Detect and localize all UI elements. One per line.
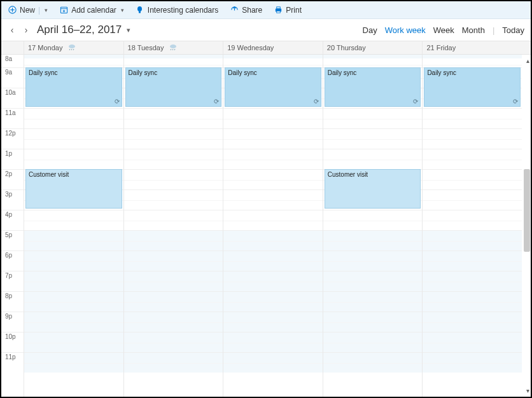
time-slot[interactable] <box>24 128 123 149</box>
scroll-down-button[interactable]: ▾ <box>526 387 529 394</box>
time-slot[interactable] <box>124 189 223 210</box>
calendar-event[interactable]: Daily sync⟳ <box>125 67 222 107</box>
day-column[interactable]: Daily sync⟳Customer visit <box>24 55 123 397</box>
time-slot[interactable] <box>323 291 423 312</box>
add-calendar-button[interactable]: Add calendar ▾ <box>59 6 124 15</box>
time-slot[interactable] <box>24 250 123 271</box>
calendar-event[interactable]: Daily sync⟳ <box>25 67 122 107</box>
day-header[interactable]: 19 Wednesday <box>223 41 323 54</box>
time-slot[interactable] <box>323 250 423 271</box>
time-slot[interactable] <box>124 149 223 169</box>
time-slot[interactable] <box>24 149 123 169</box>
time-slot[interactable] <box>323 230 423 250</box>
time-slot[interactable] <box>323 128 423 149</box>
time-slot[interactable] <box>423 271 522 291</box>
next-week-button[interactable]: › <box>22 25 31 35</box>
calendar-event[interactable]: Daily sync⟳ <box>424 67 521 107</box>
time-slot[interactable] <box>223 271 323 291</box>
view-day[interactable]: Day <box>363 25 377 35</box>
time-slot[interactable] <box>223 149 323 169</box>
day-column[interactable]: Daily sync⟳ <box>123 55 223 397</box>
time-slot[interactable] <box>223 55 323 67</box>
time-slot[interactable] <box>24 291 123 312</box>
time-slot[interactable] <box>323 210 423 230</box>
time-slot[interactable] <box>24 210 123 230</box>
calendar-event[interactable]: Customer visit <box>325 169 421 209</box>
time-slot[interactable] <box>423 128 522 149</box>
time-slot[interactable] <box>124 312 223 332</box>
time-slot[interactable] <box>24 312 123 332</box>
time-slot[interactable] <box>423 352 522 373</box>
view-week[interactable]: Week <box>433 25 454 35</box>
view-today[interactable]: Today <box>502 25 524 35</box>
time-slot[interactable] <box>223 230 323 250</box>
time-slot[interactable] <box>323 149 423 169</box>
time-slot[interactable] <box>223 169 323 189</box>
time-slot[interactable] <box>24 230 123 250</box>
prev-week-button[interactable]: ‹ <box>8 25 17 35</box>
time-slot[interactable] <box>423 55 522 67</box>
day-column[interactable]: Daily sync⟳ <box>223 55 323 397</box>
print-button[interactable]: Print <box>274 6 302 15</box>
time-slot[interactable] <box>223 312 323 332</box>
day-column[interactable]: Daily sync⟳Customer visit <box>323 55 423 397</box>
time-slot[interactable] <box>124 291 223 312</box>
time-slot[interactable] <box>423 210 522 230</box>
time-slot[interactable] <box>24 352 123 373</box>
time-slot[interactable] <box>423 230 522 250</box>
share-button[interactable]: Share <box>230 6 262 15</box>
time-slot[interactable] <box>323 55 423 67</box>
day-column[interactable]: Daily sync⟳ <box>422 55 522 397</box>
time-slot[interactable] <box>223 210 323 230</box>
time-slot[interactable] <box>323 332 423 352</box>
time-slot[interactable] <box>423 169 522 189</box>
time-slot[interactable] <box>423 312 522 332</box>
time-slot[interactable] <box>323 352 423 373</box>
day-header[interactable]: 21 Friday <box>422 41 522 54</box>
interesting-calendars-button[interactable]: Interesting calendars <box>136 6 218 15</box>
time-slot[interactable] <box>423 189 522 210</box>
view-work-week[interactable]: Work week <box>385 25 426 35</box>
time-slot[interactable] <box>323 312 423 332</box>
time-slot[interactable] <box>124 169 223 189</box>
time-slot[interactable] <box>124 128 223 149</box>
time-slot[interactable] <box>423 250 522 271</box>
date-range-picker[interactable]: April 16–22, 2017 ▾ <box>37 24 130 36</box>
day-header[interactable]: 17 Monday <box>24 41 123 54</box>
time-slot[interactable] <box>124 210 223 230</box>
time-slot[interactable] <box>423 108 522 128</box>
scroll-up-button[interactable]: ▴ <box>526 57 529 64</box>
scrollbar-thumb[interactable] <box>524 169 530 252</box>
time-slot[interactable] <box>323 271 423 291</box>
time-slot[interactable] <box>24 332 123 352</box>
day-header[interactable]: 20 Thursday <box>323 41 423 54</box>
time-slot[interactable] <box>223 250 323 271</box>
time-slot[interactable] <box>423 332 522 352</box>
time-slot[interactable] <box>323 108 423 128</box>
new-button[interactable]: New | ▾ <box>8 6 48 15</box>
time-slot[interactable] <box>423 291 522 312</box>
time-slot[interactable] <box>423 149 522 169</box>
time-slot[interactable] <box>24 271 123 291</box>
calendar-event[interactable]: Customer visit <box>25 169 122 209</box>
time-slot[interactable] <box>124 250 223 271</box>
time-slot[interactable] <box>124 352 223 373</box>
view-month[interactable]: Month <box>462 25 485 35</box>
time-slot[interactable] <box>124 332 223 352</box>
calendar-event[interactable]: Daily sync⟳ <box>225 67 321 107</box>
time-slot[interactable] <box>124 271 223 291</box>
time-slot[interactable] <box>124 108 223 128</box>
time-slot[interactable] <box>24 55 123 67</box>
time-slot[interactable] <box>223 189 323 210</box>
view-tabs: Day Work week Week Month | Today <box>363 25 524 35</box>
time-slot[interactable] <box>223 332 323 352</box>
calendar-event[interactable]: Daily sync⟳ <box>325 67 421 107</box>
time-slot[interactable] <box>24 108 123 128</box>
time-slot[interactable] <box>223 352 323 373</box>
time-slot[interactable] <box>223 291 323 312</box>
time-slot[interactable] <box>124 230 223 250</box>
time-slot[interactable] <box>223 108 323 128</box>
time-slot[interactable] <box>124 55 223 67</box>
day-header[interactable]: 18 Tuesday <box>123 41 223 54</box>
time-slot[interactable] <box>223 128 323 149</box>
